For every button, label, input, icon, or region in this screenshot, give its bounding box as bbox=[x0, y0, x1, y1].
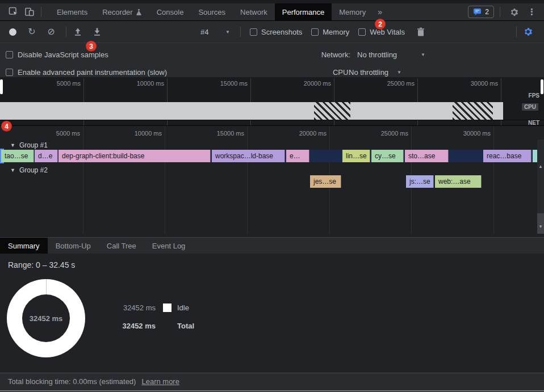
tab-performance[interactable]: Performance bbox=[275, 3, 332, 20]
tab-memory[interactable]: Memory bbox=[332, 3, 373, 20]
inspect-element-button[interactable] bbox=[6, 5, 22, 19]
load-profile-button[interactable] bbox=[70, 25, 86, 39]
summary-view: Range: 0 – 32.45 s 32452 ms 32452 msIdle… bbox=[0, 254, 544, 373]
tab-call-tree[interactable]: Call Tree bbox=[99, 238, 144, 254]
track-group-2-header[interactable]: ▼ Group #2 bbox=[10, 166, 48, 174]
flame-bar[interactable]: jes…se bbox=[310, 175, 341, 188]
collapse-triangle-icon[interactable]: ▼ bbox=[10, 142, 15, 148]
tab-elements[interactable]: Elements bbox=[49, 3, 95, 20]
flame-bar[interactable]: tao…se bbox=[1, 150, 34, 162]
flame-bar[interactable]: e… bbox=[286, 150, 309, 162]
divider bbox=[41, 7, 41, 17]
scroll-down-icon[interactable]: ▼ bbox=[537, 224, 544, 229]
overview-right-handle[interactable] bbox=[541, 79, 543, 94]
divider bbox=[240, 27, 241, 37]
legend-row: 32452 msIdle bbox=[118, 302, 194, 313]
checkbox-box[interactable] bbox=[358, 28, 366, 36]
flame-bar[interactable]: dep-graph-client:build-base bbox=[58, 150, 211, 162]
performance-toolbar: ↻ ⊘ #4 ▼ ScreenshotsMemoryWeb Vitals bbox=[0, 21, 544, 43]
group-1-track: tao…sed…edep-graph-client:build-basework… bbox=[0, 150, 537, 162]
tab-bottom-up[interactable]: Bottom-Up bbox=[48, 238, 99, 254]
tab-recorder[interactable]: Recorder bbox=[95, 3, 149, 20]
device-toolbar-button[interactable] bbox=[22, 5, 37, 19]
tab-network[interactable]: Network bbox=[233, 3, 275, 20]
record-button[interactable] bbox=[5, 25, 20, 39]
save-profile-button[interactable] bbox=[89, 25, 105, 39]
legend-swatch bbox=[163, 304, 171, 312]
cpu-throttle-select[interactable]: No throttling bbox=[349, 68, 388, 77]
capture-settings-button[interactable] bbox=[520, 25, 536, 39]
ruler-tick-label: 10000 ms bbox=[122, 80, 164, 87]
divider bbox=[66, 27, 66, 37]
flame-bar[interactable]: web:…ase bbox=[435, 175, 482, 188]
range-label: Range: 0 – 32.45 s bbox=[8, 260, 75, 269]
chevron-down-icon[interactable]: ▼ bbox=[421, 52, 425, 57]
more-tabs-button[interactable]: » bbox=[373, 7, 387, 16]
collapse-triangle-icon[interactable]: ▼ bbox=[10, 167, 15, 173]
flame-bar[interactable]: reac…base bbox=[483, 150, 532, 162]
details-tabs: SummaryBottom-UpCall TreeEvent Log bbox=[0, 237, 544, 254]
tab-summary[interactable]: Summary bbox=[0, 238, 48, 254]
checkbox-label: Screenshots bbox=[261, 28, 302, 36]
ruler-tick-label: 20000 ms bbox=[284, 130, 327, 137]
ruler-tick-label: 5000 ms bbox=[37, 130, 80, 137]
reload-and-record-button[interactable]: ↻ bbox=[24, 25, 40, 39]
legend-value: 32452 ms bbox=[118, 322, 156, 330]
flame-bar[interactable]: js:…se bbox=[406, 175, 434, 188]
cpu-lane-label: CPU bbox=[522, 103, 538, 111]
panel-tabs: ElementsRecorderConsoleSourcesNetworkPer… bbox=[49, 3, 373, 20]
history-value: #4 bbox=[200, 28, 208, 36]
ruler-tick-label: 25000 ms bbox=[372, 80, 415, 87]
ruler-tick-label: 30000 ms bbox=[448, 130, 491, 137]
scroll-up-icon[interactable]: ▲ bbox=[537, 164, 544, 169]
group-1-label: Group #1 bbox=[19, 141, 48, 149]
annotation-badge-3: 3 bbox=[86, 41, 97, 52]
customize-menu-button[interactable]: ⋮ bbox=[524, 7, 539, 17]
flame-scrollbar[interactable]: ▲ ▼ bbox=[537, 140, 544, 234]
chevron-down-icon[interactable]: ▼ bbox=[397, 70, 401, 75]
flame-chart[interactable]: 5000 ms10000 ms15000 ms20000 ms25000 ms3… bbox=[0, 126, 544, 234]
devtools-window: ElementsRecorderConsoleSourcesNetworkPer… bbox=[0, 0, 544, 392]
flame-bar[interactable]: sto…ase bbox=[405, 150, 449, 162]
legend-label: Idle bbox=[177, 304, 189, 312]
record-icon bbox=[9, 28, 16, 36]
overview-left-handle[interactable] bbox=[0, 79, 3, 94]
flame-bar[interactable]: workspac…ld-base bbox=[212, 150, 285, 162]
tab-console[interactable]: Console bbox=[149, 3, 191, 20]
tab-bar-right: 2 ⋮ bbox=[468, 5, 544, 19]
checkbox-box[interactable] bbox=[250, 28, 257, 36]
tab-label: Elements bbox=[57, 8, 87, 16]
track-selection-bracket bbox=[0, 149, 4, 163]
activity-donut-chart: 32452 ms bbox=[7, 279, 85, 357]
checkbox-screenshots[interactable]: Screenshots bbox=[250, 28, 302, 36]
legend-row: 32452 msTotal bbox=[118, 321, 194, 331]
tab-sources[interactable]: Sources bbox=[191, 3, 233, 20]
inspect-cursor-icon bbox=[9, 7, 19, 17]
net-lane-divider bbox=[0, 120, 544, 120]
messages-count: 2 bbox=[485, 8, 489, 16]
cpu-activity-band bbox=[0, 102, 503, 120]
annotation-badge-2: 2 bbox=[375, 19, 386, 29]
delete-recording-button[interactable] bbox=[413, 25, 429, 39]
capture-settings-pane: Disable JavaScript samples Enable advanc… bbox=[0, 43, 544, 77]
timeline-overview[interactable]: 5000 ms10000 ms15000 ms20000 ms25000 ms3… bbox=[0, 77, 544, 126]
flame-bar[interactable]: lin…se bbox=[342, 150, 370, 162]
download-icon bbox=[93, 27, 102, 36]
donut-legend: 32452 msIdle32452 msTotal bbox=[118, 302, 194, 331]
settings-button[interactable] bbox=[506, 5, 522, 19]
clear-recording-button[interactable]: ⊘ bbox=[43, 25, 59, 39]
track-group-1-header[interactable]: ▼ Group #1 bbox=[10, 141, 48, 149]
ruler-tick-label: 15000 ms bbox=[205, 80, 248, 87]
issues-messages-button[interactable]: 2 bbox=[468, 6, 494, 18]
learn-more-link[interactable]: Learn more bbox=[141, 377, 179, 386]
recorder-flask-icon bbox=[136, 9, 142, 16]
network-throttle-select[interactable]: No throttling bbox=[357, 50, 397, 59]
tab-event-log[interactable]: Event Log bbox=[144, 238, 194, 254]
checkbox-memory[interactable]: Memory bbox=[311, 28, 349, 36]
flame-bar[interactable]: d…e bbox=[35, 150, 58, 162]
network-throttle-label: Network: bbox=[314, 50, 350, 59]
checkbox-box[interactable] bbox=[311, 28, 319, 36]
flame-bar[interactable]: cy…se bbox=[371, 150, 404, 162]
tab-label: Performance bbox=[282, 8, 324, 16]
history-select[interactable]: #4 ▼ bbox=[200, 28, 230, 36]
